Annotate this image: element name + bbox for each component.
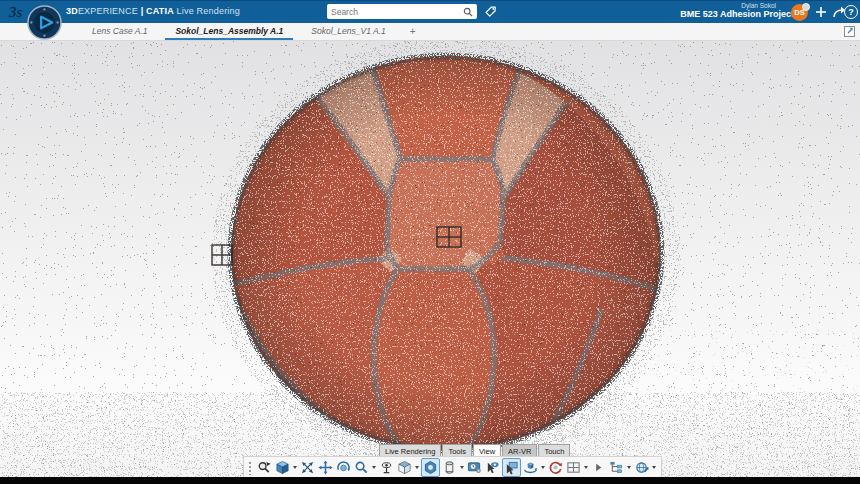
zoom-icon[interactable] <box>353 459 370 476</box>
dropdown-caret[interactable] <box>583 459 589 476</box>
dropdown-caret[interactable] <box>292 459 298 476</box>
tab-sokol-lens-v1[interactable]: Sokol_Lens_V1 A.1 <box>297 22 399 40</box>
cursor-screen-select-icon[interactable] <box>502 458 521 477</box>
render-viewport[interactable] <box>0 0 860 484</box>
document-tab-bar: Lens Case A.1 Sokol_Lens_Assembly A.1 So… <box>0 22 860 41</box>
look-at-icon[interactable] <box>378 459 395 476</box>
compass-menu-button[interactable] <box>27 5 62 40</box>
bottom-letterbox-bar <box>0 477 860 484</box>
dropdown-caret[interactable] <box>414 459 420 476</box>
normal-view-icon[interactable] <box>396 459 413 476</box>
user-name: Dylan Sokol <box>741 2 776 9</box>
status-dot <box>802 3 810 11</box>
add-content-button[interactable] <box>813 4 829 20</box>
toolbar-drag-handle[interactable] <box>248 461 253 475</box>
top-bar: 3s 3DEXPERIENCE | CATIA Live Rendering <box>0 0 860 23</box>
expand-viewport-icon[interactable] <box>843 25 856 38</box>
rotate-icon[interactable] <box>335 459 352 476</box>
search-box[interactable] <box>327 4 477 19</box>
expand-more-icon[interactable] <box>590 459 607 476</box>
dassault-3ds-logo[interactable]: 3s <box>7 3 29 21</box>
project-selector[interactable]: BME 523 Adhesion Project <box>680 9 804 19</box>
help-button[interactable]: ? <box>844 5 858 19</box>
tab-lens-case[interactable]: Lens Case A.1 <box>78 22 161 40</box>
cursor-visibility-icon[interactable] <box>484 459 501 476</box>
search-icon[interactable] <box>463 7 473 17</box>
view-toolbar <box>243 456 662 479</box>
design-tree-icon[interactable] <box>608 459 625 476</box>
application-window: 3s 3DEXPERIENCE | CATIA Live Rendering <box>0 0 860 484</box>
app-title: 3DEXPERIENCE | CATIA Live Rendering <box>66 6 240 16</box>
svg-text:3s: 3s <box>8 4 23 20</box>
refresh-render-icon[interactable] <box>547 459 564 476</box>
split-view-icon[interactable] <box>565 459 582 476</box>
fit-all-icon[interactable] <box>299 459 316 476</box>
pan-icon[interactable] <box>317 459 334 476</box>
zoom-area-icon[interactable] <box>256 459 273 476</box>
shaded-hexagon-icon[interactable] <box>421 458 440 477</box>
tag-icon[interactable] <box>484 5 497 18</box>
new-tab-button[interactable]: + <box>400 22 426 40</box>
dropdown-caret[interactable] <box>651 459 657 476</box>
search-input[interactable] <box>327 7 463 17</box>
iso-view-cube-icon[interactable] <box>274 459 291 476</box>
dropdown-caret[interactable] <box>459 459 465 476</box>
render-monitor-icon[interactable] <box>466 459 483 476</box>
dropdown-caret[interactable] <box>371 459 377 476</box>
dropdown-caret[interactable] <box>540 459 546 476</box>
dropdown-caret[interactable] <box>626 459 632 476</box>
world-orientation-icon[interactable] <box>633 459 650 476</box>
tab-sokol-lens-assembly[interactable]: Sokol_Lens_Assembly A.1 <box>161 22 297 40</box>
turntable-icon[interactable] <box>522 459 539 476</box>
cylinder-style-icon[interactable] <box>441 459 458 476</box>
